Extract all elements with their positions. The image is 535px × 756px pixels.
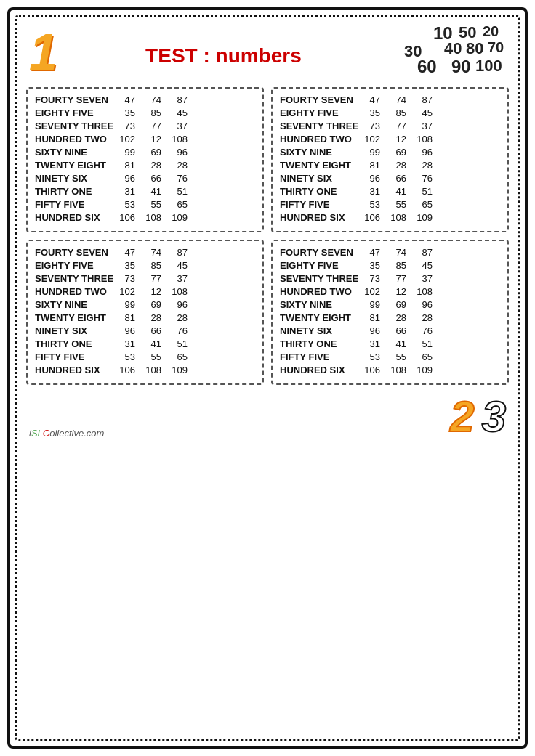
row-tl-1: FOURTY SEVEN 477487 — [35, 94, 255, 105]
row-br-10: HUNDRED SIX 106108109 — [280, 365, 500, 375]
opts-br-9: 535565 — [360, 351, 433, 362]
row-br-2: EIGHTY FIVE 358545 — [280, 260, 500, 271]
opts-tl-10: 106108109 — [115, 212, 188, 223]
word-tl-5: SIXTY NINE — [35, 147, 115, 158]
word-tl-8: THIRTY ONE — [35, 186, 115, 197]
opts-br-5: 996996 — [360, 299, 433, 310]
row-tl-9: FIFTY FIVE 535565 — [35, 199, 255, 210]
row-bl-3: SEVENTY THREE 737737 — [35, 273, 255, 284]
header: 1 TEST : numbers 10 50 20 30 40 80 70 60… — [17, 17, 518, 84]
row-bl-2: EIGHTY FIVE 358545 — [35, 260, 255, 271]
word-tl-1: FOURTY SEVEN — [35, 94, 115, 105]
word-bl-2: EIGHTY FIVE — [35, 260, 115, 271]
opts-tl-6: 812828 — [115, 160, 188, 171]
word-tl-7: NINETY SIX — [35, 173, 115, 184]
word-br-3: SEVENTY THREE — [280, 273, 360, 284]
row-tr-3: SEVENTY THREE 737737 — [280, 121, 500, 131]
opts-tr-6: 812828 — [360, 160, 433, 171]
word-br-5: SIXTY NINE — [280, 299, 360, 310]
opts-br-8: 314151 — [360, 338, 433, 349]
row-br-5: SIXTY NINE 996996 — [280, 299, 500, 310]
word-tr-10: HUNDRED SIX — [280, 212, 360, 223]
word-br-7: NINETY SIX — [280, 325, 360, 336]
row-tr-1: FOURTY SEVEN 477487 — [280, 94, 500, 105]
word-bl-6: TWENTY EIGHT — [35, 312, 115, 323]
row-tr-5: SIXTY NINE 996996 — [280, 147, 500, 158]
page-title: TEST : numbers — [57, 44, 390, 68]
word-br-6: TWENTY EIGHT — [280, 312, 360, 323]
word-br-9: FIFTY FIVE — [280, 351, 360, 362]
opts-tl-9: 535565 — [115, 199, 188, 210]
word-tr-4: HUNDRED TWO — [280, 134, 360, 145]
row-br-3: SEVENTY THREE 737737 — [280, 273, 500, 284]
row-br-8: THIRTY ONE 314151 — [280, 338, 500, 349]
word-br-2: EIGHTY FIVE — [280, 260, 360, 271]
opts-tr-7: 966676 — [360, 173, 433, 184]
quiz-box-top-right: FOURTY SEVEN 477487 EIGHTY FIVE 358545 S… — [271, 87, 509, 232]
word-bl-3: SEVENTY THREE — [35, 273, 115, 284]
row-tr-2: EIGHTY FIVE 358545 — [280, 107, 500, 118]
row-bl-4: HUNDRED TWO 10212108 — [35, 286, 255, 297]
big-number-one: 1 — [29, 27, 57, 78]
word-bl-7: NINETY SIX — [35, 325, 115, 336]
row-br-9: FIFTY FIVE 535565 — [280, 351, 500, 362]
cloud-80: 80 — [466, 39, 483, 58]
row-tr-9: FIFTY FIVE 535565 — [280, 199, 500, 210]
opts-tr-8: 314151 — [360, 186, 433, 197]
word-bl-9: FIFTY FIVE — [35, 351, 115, 362]
row-br-6: TWENTY EIGHT 812828 — [280, 312, 500, 323]
opts-bl-7: 966676 — [115, 325, 188, 336]
row-bl-1: FOURTY SEVEN 477487 — [35, 247, 255, 258]
cloud-70: 70 — [488, 39, 504, 56]
opts-bl-9: 535565 — [115, 351, 188, 362]
word-tr-8: THIRTY ONE — [280, 186, 360, 197]
word-tl-4: HUNDRED TWO — [35, 134, 115, 145]
row-tr-10: HUNDRED SIX 106108109 — [280, 212, 500, 223]
word-tr-3: SEVENTY THREE — [280, 121, 360, 131]
row-tl-6: TWENTY EIGHT 812828 — [35, 160, 255, 171]
word-tr-7: NINETY SIX — [280, 173, 360, 184]
opts-tr-9: 535565 — [360, 199, 433, 210]
opts-tl-3: 737737 — [115, 121, 188, 131]
row-bl-9: FIFTY FIVE 535565 — [35, 351, 255, 362]
word-tr-6: TWENTY EIGHT — [280, 160, 360, 171]
row-tl-4: HUNDRED TWO 10212108 — [35, 134, 255, 145]
row-tr-8: THIRTY ONE 314151 — [280, 186, 500, 197]
word-br-10: HUNDRED SIX — [280, 365, 360, 375]
row-tl-3: SEVENTY THREE 737737 — [35, 121, 255, 131]
quiz-grid: FOURTY SEVEN 477487 EIGHTY FIVE 358545 S… — [17, 84, 518, 392]
row-tl-8: THIRTY ONE 314151 — [35, 186, 255, 197]
opts-tr-2: 358545 — [360, 107, 433, 118]
word-bl-10: HUNDRED SIX — [35, 365, 115, 375]
row-tl-7: NINETY SIX 966676 — [35, 173, 255, 184]
row-bl-5: SIXTY NINE 996996 — [35, 299, 255, 310]
word-br-8: THIRTY ONE — [280, 338, 360, 349]
row-br-7: NINETY SIX 966676 — [280, 325, 500, 336]
site-credit: iSLCollective.com — [29, 428, 104, 439]
word-tr-5: SIXTY NINE — [280, 147, 360, 158]
opts-bl-3: 737737 — [115, 273, 188, 284]
quiz-box-top-left: FOURTY SEVEN 477487 EIGHTY FIVE 358545 S… — [26, 87, 264, 232]
row-br-1: FOURTY SEVEN 477487 — [280, 247, 500, 258]
row-tl-2: EIGHTY FIVE 358545 — [35, 107, 255, 118]
opts-bl-10: 106108109 — [115, 365, 188, 375]
row-bl-8: THIRTY ONE 314151 — [35, 338, 255, 349]
footer-numbers: 2 3 — [450, 395, 506, 439]
row-tr-6: TWENTY EIGHT 812828 — [280, 160, 500, 171]
row-bl-10: HUNDRED SIX 106108109 — [35, 365, 255, 375]
quiz-box-bottom-left: FOURTY SEVEN 477487 EIGHTY FIVE 358545 S… — [26, 240, 264, 385]
opts-br-7: 966676 — [360, 325, 433, 336]
word-bl-5: SIXTY NINE — [35, 299, 115, 310]
opts-br-1: 477487 — [360, 247, 433, 258]
opts-tr-3: 737737 — [360, 121, 433, 131]
opts-tl-4: 10212108 — [115, 134, 188, 145]
footer: iSLCollective.com 2 3 — [17, 394, 518, 439]
word-tl-3: SEVENTY THREE — [35, 121, 115, 131]
cloud-100: 100 — [475, 57, 502, 76]
opts-tl-7: 966676 — [115, 173, 188, 184]
cloud-20: 20 — [483, 23, 499, 40]
opts-bl-6: 812828 — [115, 312, 188, 323]
row-tl-5: SIXTY NINE 996996 — [35, 147, 255, 158]
row-bl-6: TWENTY EIGHT 812828 — [35, 312, 255, 323]
opts-bl-2: 358545 — [115, 260, 188, 271]
